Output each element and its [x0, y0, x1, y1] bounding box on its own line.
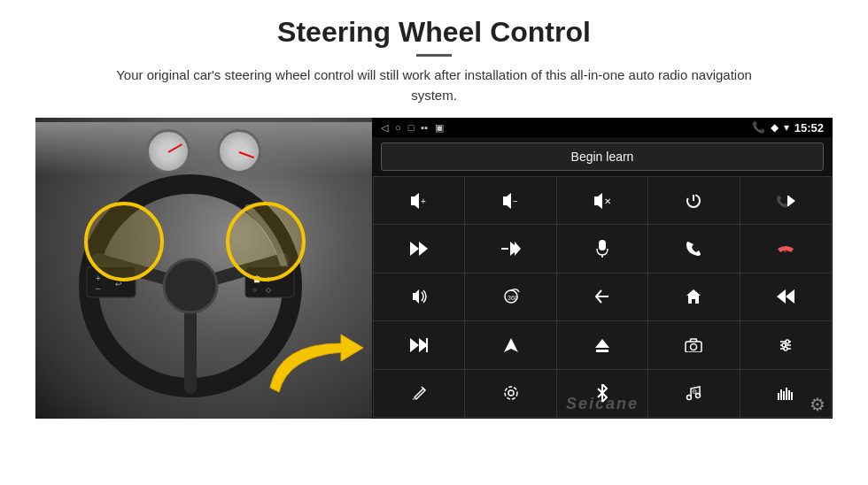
sd-icon: ▣ — [435, 122, 444, 134]
vol-up-btn[interactable]: + — [374, 177, 464, 224]
status-left: ◁ ○ □ ▪▪ ▣ — [381, 122, 444, 134]
svg-marker-19 — [594, 193, 602, 209]
camera-btn[interactable] — [648, 321, 739, 368]
svg-marker-30 — [515, 242, 521, 256]
car-image: + − ↩ 📋 ◇ ○ ◇ — [35, 118, 372, 419]
gauge-right — [217, 129, 261, 173]
eq-btn[interactable] — [740, 321, 831, 368]
svg-marker-38 — [686, 289, 701, 304]
page-subtitle: Your original car's steering wheel contr… — [97, 65, 771, 105]
title-divider — [416, 54, 452, 57]
settings-btn[interactable] — [465, 370, 555, 417]
location-status-icon: ◆ — [771, 121, 779, 134]
navigate-btn[interactable] — [465, 321, 555, 368]
svg-point-54 — [784, 347, 787, 350]
svg-point-58 — [687, 396, 692, 400]
power-btn[interactable] — [648, 177, 739, 224]
page-title: Steering Wheel Control — [277, 16, 591, 49]
page-wrapper: Steering Wheel Control Your original car… — [0, 0, 868, 485]
svg-marker-27 — [419, 242, 428, 256]
svg-text:+: + — [96, 273, 101, 283]
phone-prev-btn[interactable]: 📞 — [740, 177, 831, 224]
svg-rect-46 — [596, 350, 608, 352]
svg-text:⚙: ⚙ — [692, 389, 697, 395]
svg-marker-44 — [504, 338, 518, 352]
svg-text:−: − — [96, 284, 101, 294]
mute-btn[interactable]: ✕ — [557, 177, 647, 224]
begin-learn-button[interactable]: Begin learn — [381, 142, 824, 171]
svg-text:−: − — [513, 196, 518, 206]
prev-track-btn[interactable] — [740, 273, 831, 320]
highlight-left — [84, 202, 164, 281]
speaker-btn[interactable] — [374, 273, 464, 320]
gear-icon[interactable]: ⚙ — [810, 394, 825, 415]
svg-rect-64 — [786, 388, 787, 400]
svg-rect-66 — [791, 392, 793, 400]
svg-point-53 — [786, 340, 789, 343]
back-nav-icon[interactable]: ◁ — [381, 122, 388, 134]
eject-btn[interactable] — [557, 321, 647, 368]
vol-down-btn[interactable]: − — [465, 177, 555, 224]
dashboard-hint — [35, 122, 372, 175]
phone-status-icon: 📞 — [752, 121, 765, 134]
svg-marker-39 — [777, 289, 786, 304]
svg-rect-31 — [599, 240, 606, 250]
svg-marker-15 — [411, 193, 419, 209]
svg-text:360: 360 — [508, 295, 518, 301]
signal-icon: ▪▪ — [421, 122, 428, 133]
arrow-svg — [261, 326, 368, 405]
recents-nav-icon[interactable]: □ — [408, 122, 415, 133]
status-right: 📞 ◆ ▾ 15:52 — [752, 121, 824, 135]
hangup-btn[interactable] — [740, 225, 831, 272]
svg-point-56 — [508, 390, 514, 396]
fast-forward-btn[interactable] — [374, 321, 464, 368]
svg-point-4 — [164, 259, 217, 312]
svg-point-57 — [505, 387, 517, 399]
svg-text:📞: 📞 — [776, 195, 789, 208]
music-btn[interactable]: ⚙ — [648, 370, 739, 417]
svg-rect-65 — [788, 390, 790, 400]
svg-marker-34 — [413, 289, 419, 304]
gauge-needle-left — [168, 143, 183, 153]
svg-marker-45 — [595, 339, 609, 348]
svg-marker-17 — [503, 193, 511, 209]
camera-360-btn[interactable]: 360 — [465, 273, 555, 320]
svg-text:◇: ◇ — [266, 286, 272, 294]
home-nav-icon[interactable]: ○ — [395, 122, 401, 133]
pen-btn[interactable] — [374, 370, 464, 417]
statusbar: ◁ ○ □ ▪▪ ▣ 📞 ◆ ▾ 15:52 — [372, 118, 833, 137]
svg-marker-24 — [788, 196, 795, 206]
phone-btn[interactable] — [648, 225, 739, 272]
highlight-right — [226, 202, 306, 281]
gauge-needle-right — [239, 151, 255, 158]
back-btn[interactable] — [557, 273, 647, 320]
svg-rect-63 — [783, 391, 785, 400]
skip-btn[interactable] — [465, 225, 555, 272]
mic-btn[interactable] — [557, 225, 647, 272]
home-btn[interactable] — [648, 273, 739, 320]
svg-marker-41 — [410, 338, 419, 352]
content-row: + − ↩ 📋 ◇ ○ ◇ — [35, 118, 833, 419]
svg-marker-26 — [410, 242, 419, 256]
svg-marker-40 — [786, 289, 794, 304]
svg-text:+: + — [421, 196, 426, 206]
svg-rect-62 — [780, 389, 782, 400]
gauge-left — [146, 129, 190, 173]
svg-point-48 — [691, 343, 697, 350]
svg-text:○: ○ — [252, 286, 257, 294]
wifi-status-icon: ▾ — [784, 121, 789, 134]
next-btn[interactable] — [374, 225, 464, 272]
bluetooth-btn[interactable] — [557, 370, 647, 417]
svg-text:✕: ✕ — [604, 196, 611, 206]
head-unit: ◁ ○ □ ▪▪ ▣ 📞 ◆ ▾ 15:52 Begin learn — [372, 118, 833, 419]
button-grid: + − ✕ — [373, 176, 832, 418]
svg-rect-61 — [778, 393, 779, 400]
time-display: 15:52 — [794, 121, 824, 135]
